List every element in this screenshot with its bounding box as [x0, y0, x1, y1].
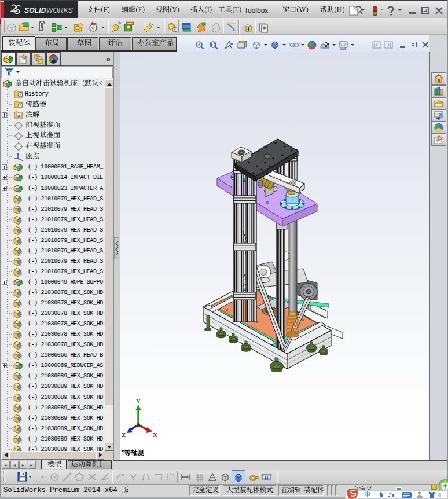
svg-text:Z: Z: [122, 431, 126, 438]
svg-text:A: A: [17, 113, 21, 119]
svg-text:Y: Y: [136, 398, 141, 405]
svg-text:X: X: [153, 431, 157, 438]
